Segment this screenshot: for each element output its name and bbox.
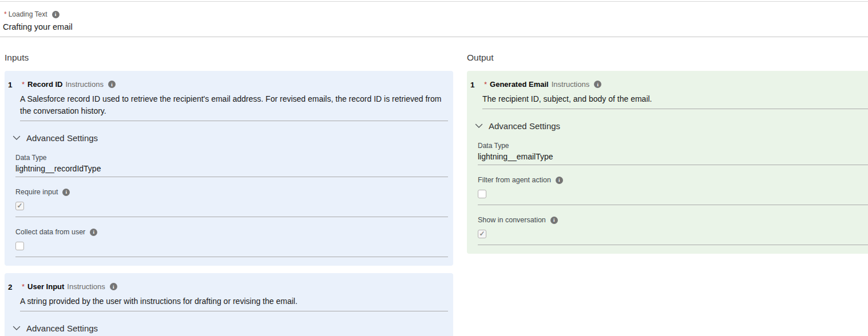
info-icon[interactable]: i (90, 229, 97, 236)
field-name: Record ID (27, 80, 62, 89)
input-card-record-id: 1 * Record ID Instructions i A Salesforc… (5, 71, 453, 266)
require-input-checkbox[interactable] (15, 202, 24, 210)
field-label-row: * Record ID Instructions i (22, 80, 453, 89)
field-label-row: * Generated Email Instructions i (484, 80, 868, 89)
collect-data-field: Collect data from user i (15, 228, 448, 257)
require-input-label: Require input (15, 188, 58, 196)
data-type-value: lightning__emailType (478, 152, 868, 165)
required-asterisk: * (4, 10, 7, 18)
advanced-settings-label: Advanced Settings (26, 323, 98, 333)
field-name: Generated Email (490, 80, 549, 89)
field-label-row: * User Input Instructions i (22, 282, 453, 291)
field-name: User Input (27, 282, 64, 291)
top-divider (0, 1, 868, 2)
data-type-value: lightning__recordIdType (15, 164, 448, 177)
data-type-label: Data Type (15, 154, 448, 162)
show-in-conversation-label: Show in conversation (478, 216, 546, 224)
loading-text-field: * Loading Text i Crafting your email (0, 10, 868, 37)
required-asterisk: * (484, 80, 487, 89)
required-asterisk: * (22, 80, 25, 89)
filter-from-agent-action-checkbox[interactable] (478, 190, 486, 198)
config-columns: Inputs 1 * Record ID Instructions i A Sa… (0, 53, 868, 336)
loading-text-input[interactable]: Crafting your email (0, 22, 868, 37)
collect-data-label: Collect data from user (15, 228, 85, 236)
info-icon[interactable]: i (108, 81, 116, 88)
show-in-conversation-field: Show in conversation i (478, 216, 868, 245)
item-number: 1 (8, 80, 15, 121)
chevron-down-icon (13, 135, 21, 141)
filter-from-agent-action-label: Filter from agent action (478, 176, 551, 184)
show-in-conversation-checkbox[interactable] (478, 230, 486, 238)
data-type-field: Data Type lightning__recordIdType (15, 154, 448, 177)
advanced-settings-toggle[interactable]: Advanced Settings (475, 121, 868, 131)
output-heading: Output (467, 53, 868, 63)
advanced-settings-label: Advanced Settings (26, 133, 98, 143)
instructions-input[interactable]: A Salesforce record ID used to retrieve … (20, 93, 448, 121)
field-suffix: Instructions (552, 80, 589, 89)
item-number: 1 (470, 80, 477, 109)
info-icon[interactable]: i (556, 177, 563, 184)
chevron-down-icon (13, 326, 21, 331)
filter-from-agent-action-field: Filter from agent action i (478, 176, 868, 205)
field-suffix: Instructions (67, 282, 105, 291)
input-card-user-input: 2 * User Input Instructions i A string p… (5, 273, 453, 336)
item-number: 2 (8, 282, 15, 311)
collect-data-from-user-checkbox[interactable] (15, 242, 24, 250)
field-suffix: Instructions (65, 80, 103, 89)
instructions-input[interactable]: The recipient ID, subject, and body of t… (482, 93, 868, 109)
info-icon[interactable]: i (52, 11, 60, 18)
required-asterisk: * (22, 282, 25, 291)
require-input-field: Require input i (15, 188, 448, 217)
inputs-column: Inputs 1 * Record ID Instructions i A Sa… (5, 53, 453, 336)
output-card-generated-email: 1 * Generated Email Instructions i The r… (467, 71, 868, 254)
info-icon[interactable]: i (62, 189, 70, 196)
loading-text-label: * Loading Text i (4, 10, 868, 18)
info-icon[interactable]: i (110, 283, 117, 290)
data-type-label: Data Type (478, 142, 868, 150)
instructions-input[interactable]: A string provided by the user with instr… (20, 295, 448, 311)
info-icon[interactable]: i (594, 81, 601, 88)
inputs-heading: Inputs (5, 53, 453, 63)
advanced-settings-toggle[interactable]: Advanced Settings (13, 133, 453, 143)
info-icon[interactable]: i (550, 217, 558, 224)
output-column: Output 1 * Generated Email Instructions … (467, 53, 868, 336)
loading-text-label-text: Loading Text (9, 10, 47, 18)
advanced-settings-toggle[interactable]: Advanced Settings (13, 323, 453, 333)
chevron-down-icon (475, 123, 483, 129)
data-type-field: Data Type lightning__emailType (478, 142, 868, 165)
advanced-settings-label: Advanced Settings (489, 121, 560, 131)
